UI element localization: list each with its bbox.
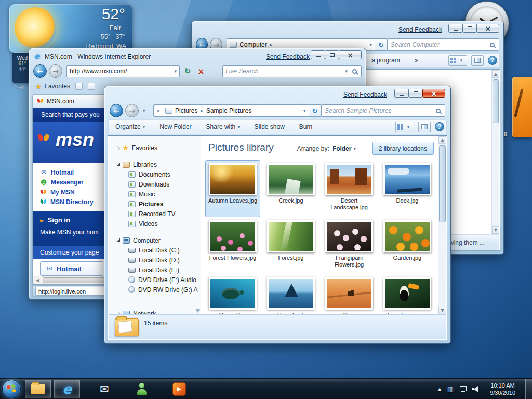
nav-local-disk-e[interactable]: Local Disk (E:) xyxy=(109,265,201,275)
share-with-button[interactable]: Share with▾ xyxy=(206,123,240,130)
file-creek[interactable]: Creek.jpg xyxy=(263,160,318,217)
preview-pane-button[interactable] xyxy=(471,55,484,66)
library-locations-button[interactable]: 2 library locations xyxy=(372,142,434,155)
preview-pane-button[interactable] xyxy=(418,122,431,132)
forward-button[interactable] xyxy=(49,64,62,78)
refresh-button[interactable] xyxy=(375,38,388,51)
taskbar-clock[interactable]: 10:10 AM 9/30/2010 xyxy=(486,382,520,396)
nav-libraries[interactable]: Libraries xyxy=(109,159,201,169)
address-dropdown-icon[interactable]: ▾ xyxy=(171,69,179,74)
minimize-button[interactable] xyxy=(394,89,409,98)
computer-search-input[interactable] xyxy=(388,39,488,50)
nav-favorites[interactable]: Favorites xyxy=(109,143,201,153)
taskbar-item-internet-explorer[interactable]: e xyxy=(54,380,80,398)
new-folder-button[interactable]: New Folder xyxy=(159,123,191,130)
file-autumn-leaves[interactable]: Autumn Leaves.jpg xyxy=(205,160,260,217)
address-input[interactable] xyxy=(67,66,171,77)
nav-pictures[interactable]: Pictures xyxy=(109,199,201,209)
close-button[interactable] xyxy=(339,50,362,59)
explorer-titlebar[interactable]: Send Feedback xyxy=(104,86,450,102)
back-button[interactable] xyxy=(33,64,47,78)
refresh-button[interactable] xyxy=(309,104,322,117)
breadcrumb-segment-sample-pictures[interactable]: Sample Pictures xyxy=(206,107,251,114)
nav-dvd-drive-f[interactable]: DVD Drive (F:) Audio xyxy=(109,275,201,285)
ie-search-input[interactable] xyxy=(223,66,342,77)
nav-downloads[interactable]: Downloads xyxy=(109,179,201,189)
close-button[interactable] xyxy=(476,24,499,33)
address-dropdown-icon[interactable]: ▾ xyxy=(301,108,309,113)
search-dropdown-icon[interactable]: ▾ xyxy=(342,69,350,74)
burn-button[interactable]: Burn xyxy=(299,123,312,130)
maximize-button[interactable] xyxy=(408,89,423,98)
suggested-sites-icon[interactable] xyxy=(88,83,95,90)
file-green-sea-turtle[interactable]: Green Sea xyxy=(205,274,260,314)
back-button[interactable] xyxy=(110,104,123,117)
breadcrumb-segment[interactable]: Computer xyxy=(240,41,267,48)
file-list-scrollbar[interactable]: ▲ ▼ xyxy=(438,136,446,314)
nav-network[interactable]: Network xyxy=(109,309,201,314)
network-tray-icon[interactable] xyxy=(459,385,467,392)
file-forest-flowers[interactable]: Forest Flowers.jpg xyxy=(205,217,260,274)
nav-videos[interactable]: Videos xyxy=(109,219,201,229)
address-breadcrumb[interactable]: « Pictures ▸ Sample Pictures ▾ xyxy=(153,104,309,117)
expander-icon[interactable] xyxy=(115,238,121,242)
scrollbar-thumb[interactable] xyxy=(493,79,499,123)
nav-recorded-tv[interactable]: Recorded TV xyxy=(109,209,201,219)
scrollbar-thumb[interactable] xyxy=(439,145,446,222)
scrollbar-thumb[interactable] xyxy=(43,277,109,283)
recent-pages-dropdown-icon[interactable]: ▾ xyxy=(140,108,148,113)
expander-icon[interactable] xyxy=(115,163,121,166)
change-view-button[interactable]: ▾ xyxy=(448,55,467,66)
file-desert-landscape[interactable]: Desert Landscape.jpg xyxy=(322,160,377,217)
taskbar-item-messenger[interactable] xyxy=(129,380,155,398)
favorites-button[interactable]: Favorites xyxy=(45,83,70,90)
file-toco-toucan[interactable]: Toco Toucan.jpg xyxy=(380,274,435,314)
nav-local-disk-c[interactable]: Local Disk (C:) xyxy=(109,245,201,255)
breadcrumb-overflow-icon[interactable]: « xyxy=(154,108,163,113)
taskbar-item-explorer[interactable] xyxy=(25,380,51,398)
taskbar-item-mail[interactable]: ✉ xyxy=(91,380,117,398)
taskbar-item-media-player[interactable] xyxy=(166,380,192,398)
scroll-up-arrow[interactable]: ▲ xyxy=(492,70,499,78)
slide-show-button[interactable]: Slide show xyxy=(255,123,285,130)
nav-dvd-rw-drive-g[interactable]: DVD RW Drive (G:) A xyxy=(109,285,201,295)
help-button[interactable]: ? xyxy=(488,56,497,65)
tab-msn[interactable]: MSN.com xyxy=(32,94,111,108)
start-button[interactable] xyxy=(2,380,21,398)
weather-gadget[interactable]: 52° Fair 55° - 37° Redmond, WA xyxy=(9,4,132,53)
arrange-by-dropdown[interactable]: Folder▾ xyxy=(332,145,356,152)
file-garden[interactable]: Garden.jpg xyxy=(380,217,435,274)
nav-scroll-down-icon[interactable]: ▼ xyxy=(196,308,200,313)
scroll-up-arrow[interactable]: ▲ xyxy=(438,136,446,144)
nav-computer[interactable]: Computer xyxy=(109,235,201,245)
toolbar-item-partial[interactable]: a program xyxy=(371,57,400,64)
help-button[interactable]: ? xyxy=(435,122,444,131)
scroll-down-arrow[interactable]: ▼ xyxy=(492,226,499,234)
nav-documents[interactable]: Documents xyxy=(109,169,201,179)
breadcrumb-segment-pictures[interactable]: Pictures xyxy=(175,107,197,114)
file-oryx[interactable]: Oryx xyxy=(322,274,377,314)
nav-music[interactable]: Music xyxy=(109,189,201,199)
hotmail-button[interactable]: Hotmail xyxy=(40,261,103,276)
scroll-left-arrow[interactable]: ◀ xyxy=(33,276,42,284)
refresh-button[interactable]: ↻ xyxy=(182,65,193,77)
expander-icon[interactable] xyxy=(115,147,121,150)
minimize-button[interactable] xyxy=(448,24,463,33)
file-forest[interactable]: Forest.jpg xyxy=(263,217,318,274)
send-feedback-link[interactable]: Send Feedback xyxy=(266,53,310,60)
stop-button[interactable]: × xyxy=(195,65,207,77)
show-hidden-icons-button[interactable]: ▲ xyxy=(438,387,442,392)
address-dropdown-icon[interactable]: ▾ xyxy=(367,42,375,47)
computer-titlebar[interactable]: Send Feedback xyxy=(192,21,503,37)
notes-gadget[interactable]: 0 xyxy=(512,77,532,137)
show-desktop-button[interactable] xyxy=(525,379,532,399)
change-view-button[interactable]: ▾ xyxy=(395,122,414,132)
close-button[interactable] xyxy=(422,89,445,98)
organize-button[interactable]: Organize▾ xyxy=(115,123,145,130)
volume-tray-icon[interactable] xyxy=(472,385,480,392)
file-humpback-whale[interactable]: Humpback xyxy=(263,274,318,314)
ie-titlebar[interactable]: e MSN.com - Windows Internet Explorer Se… xyxy=(29,48,366,63)
toolbar-overflow-chevron[interactable]: » xyxy=(415,57,418,64)
forward-button[interactable] xyxy=(125,104,139,117)
add-favorite-icon[interactable] xyxy=(75,83,83,90)
